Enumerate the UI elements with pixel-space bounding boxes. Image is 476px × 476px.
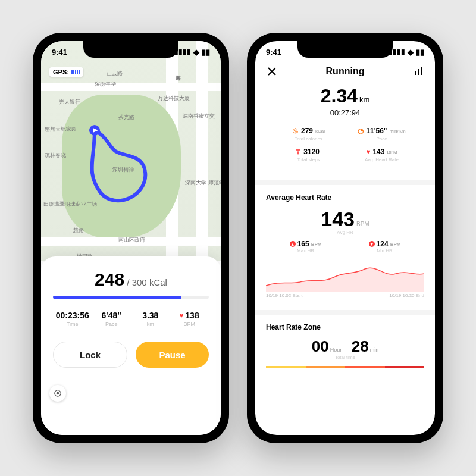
gps-indicator: GPS: — [49, 67, 83, 77]
metric-pace: ◔11'56"min/Km Pace — [347, 127, 416, 142]
map-road — [41, 83, 221, 91]
svg-rect-6 — [421, 67, 422, 75]
min-hr: ▼124BPM Min HR — [369, 240, 401, 253]
status-indicators: ▮▮▮▮ ◆ ▮▮ — [174, 48, 210, 57]
map-label: 南山区政府 — [118, 236, 145, 244]
recenter-button[interactable] — [49, 385, 66, 402]
battery-icon: ▮▮ — [202, 48, 210, 57]
map-label: 疏林春晓 — [45, 152, 66, 159]
section-divider — [255, 180, 435, 185]
clock-icon: ◔ — [358, 127, 364, 135]
screen-tracking: 9:41 ▮▮▮▮ ◆ ▮▮ 正云路 缤纷年华 南海大道 深南香蜜立交 深南大学… — [41, 41, 221, 435]
map-label: 悠然天地家园 — [45, 126, 77, 133]
metric-calories: ♨279kCal Total calories — [274, 127, 343, 142]
zone-seg — [345, 366, 385, 368]
avg-hr-title: Average Heart Rate — [266, 193, 424, 202]
zone-seg — [306, 366, 346, 368]
metric-avg-hr: ♥143BPM Avg. Heart Rate — [347, 148, 416, 162]
wifi-icon: ◆ — [193, 48, 199, 57]
status-indicators: ▮▮▮▮ ◆ ▮▮ — [389, 48, 424, 57]
axis-end: 10/19 10:30 End — [389, 293, 424, 298]
avg-hr-card: Average Heart Rate 143BPM Avg HR ▲165BPM… — [255, 185, 435, 302]
run-route — [83, 124, 160, 208]
chart-icon — [414, 67, 423, 76]
svg-rect-5 — [418, 69, 419, 75]
calories-sep: / — [124, 277, 132, 287]
lock-button[interactable]: Lock — [53, 342, 127, 368]
svg-rect-4 — [415, 71, 416, 75]
map-label: 正云路 — [107, 70, 123, 77]
battery-icon: ▮▮ — [416, 48, 424, 57]
calorie-progress: 248 / 300 kCal — [53, 270, 209, 290]
calories-current: 248 — [95, 270, 124, 289]
down-arrow-icon: ▼ — [369, 241, 375, 247]
locate-icon — [54, 389, 62, 397]
metric-steps: ❣3120 Total steps — [274, 148, 343, 162]
map-label: 光大银行 — [59, 98, 80, 106]
calories-goal: 300 kCal — [132, 277, 167, 287]
zone-seg — [266, 366, 306, 368]
page-title: Running — [278, 66, 412, 77]
phone-right: 9:41 ▮▮▮▮ ◆ ▮▮ Running 2.34km 00:27:94 — [247, 33, 443, 443]
gps-bars-icon — [71, 70, 80, 74]
hr-chart — [266, 257, 424, 292]
hr-minmax-row: ▲165BPM Max HR ▼124BPM Min HR — [266, 240, 424, 253]
flame-icon: ♨ — [292, 127, 299, 135]
map-view[interactable]: 正云路 缤纷年华 南海大道 深南香蜜立交 深南大学·师范学 万达科技大厦 光大银… — [41, 41, 221, 279]
pause-button[interactable]: Pause — [136, 342, 209, 368]
distance: 2.34km — [267, 85, 423, 107]
section-divider — [255, 310, 435, 315]
action-buttons: Lock Pause — [53, 342, 209, 368]
phone-left: 9:41 ▮▮▮▮ ◆ ▮▮ 正云路 缤纷年华 南海大道 深南香蜜立交 深南大学… — [33, 33, 229, 443]
map-label: 深南香蜜立交 — [183, 112, 215, 120]
run-summary: 2.34km 00:27:94 ♨279kCal Total calories … — [255, 83, 435, 172]
hr-zone-card: Heart Rate Zone 00Hour 28min Total time — [255, 315, 435, 372]
up-arrow-icon: ▲ — [290, 241, 296, 247]
close-button[interactable] — [266, 67, 278, 76]
close-icon — [267, 67, 277, 76]
stat-distance: 3.38km — [131, 311, 170, 327]
stat-heart-rate: ♥138BPM — [170, 311, 209, 327]
map-label: 茶光路 — [118, 114, 134, 121]
progress-fill — [53, 296, 181, 299]
axis-start: 10/19 10:02 Start — [266, 293, 302, 298]
stat-time: 00:23:56Time — [53, 311, 92, 327]
stat-row: 00:23:56Time 6'48"Pace 3.38km ♥138BPM — [53, 311, 209, 327]
tracking-panel: 248 / 300 kCal 00:23:56Time 6'48"Pace 3.… — [41, 256, 221, 435]
duration: 00:27:94 — [267, 108, 423, 117]
map-label: 万达科技大厦 — [158, 95, 190, 102]
wifi-icon: ◆ — [408, 48, 414, 57]
heart-icon: ♥ — [366, 148, 370, 156]
map-label: 深南大学·师范学 — [185, 179, 221, 187]
heart-icon: ♥ — [180, 312, 184, 319]
zone-total-time: 00Hour 28min Total time — [266, 337, 424, 360]
map-label: 缤纷年华 — [95, 80, 116, 88]
notch — [298, 41, 393, 58]
gps-label: GPS: — [53, 68, 69, 76]
status-time: 9:41 — [266, 48, 281, 57]
svg-point-2 — [57, 392, 60, 395]
status-time: 9:41 — [52, 48, 67, 57]
map-label: 慧路 — [73, 227, 84, 234]
hr-zone-title: Heart Rate Zone — [266, 323, 424, 331]
avg-hr-value: 143BPM Avg HR — [266, 208, 424, 235]
max-hr: ▲165BPM Max HR — [290, 240, 322, 253]
zone-seg — [385, 366, 425, 368]
zone-bar — [266, 366, 424, 368]
progress-bar — [53, 296, 209, 299]
stat-pace: 6'48"Pace — [92, 311, 131, 327]
stats-button[interactable] — [412, 67, 424, 76]
chart-axis: 10/19 10:02 Start 10/19 10:30 End — [266, 293, 424, 298]
screen-summary: 9:41 ▮▮▮▮ ◆ ▮▮ Running 2.34km 00:27:94 — [255, 41, 435, 435]
metric-grid: ♨279kCal Total calories ◔11'56"min/Km Pa… — [267, 127, 423, 162]
steps-icon: ❣ — [295, 148, 301, 156]
notch — [83, 41, 178, 58]
summary-header: Running — [255, 62, 435, 83]
